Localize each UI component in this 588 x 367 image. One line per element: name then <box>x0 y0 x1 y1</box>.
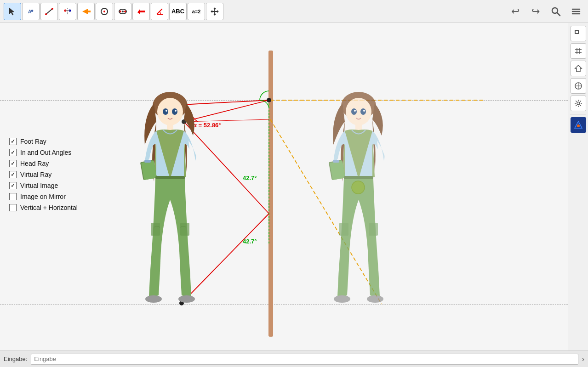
svg-point-25 <box>163 108 168 115</box>
toolbar-right: ↩ ↪ <box>507 3 584 20</box>
tool-text[interactable]: ABC <box>169 3 187 20</box>
check-item-virtual-ray: Virtual Ray <box>9 171 78 178</box>
svg-line-19 <box>557 13 560 16</box>
main-area: Foot Ray In and Out Angles Head Ray Virt… <box>0 23 588 350</box>
svg-point-42 <box>354 110 356 112</box>
svg-point-36 <box>145 295 162 303</box>
svg-point-13 <box>120 11 121 12</box>
svg-rect-53 <box>575 30 578 34</box>
redo-button[interactable]: ↪ <box>527 3 544 20</box>
label-virtual-image: Virtual Image <box>20 182 58 189</box>
toolbar: A • ABC a=2 <box>0 0 588 23</box>
label-foot-ray: Foot Ray <box>20 138 46 145</box>
svg-line-16 <box>157 9 162 14</box>
mirror-head-point <box>267 98 271 102</box>
svg-rect-33 <box>151 223 160 236</box>
tool-point[interactable]: A • <box>22 3 40 20</box>
expand-button[interactable]: › <box>582 355 584 363</box>
check-item-foot-ray: Foot Ray <box>9 138 78 145</box>
svg-point-62 <box>577 102 580 105</box>
svg-rect-35 <box>144 160 151 163</box>
top-angle-label: 42.7° <box>243 175 257 181</box>
svg-point-2 <box>45 13 47 15</box>
tool-a2[interactable]: a=2 <box>188 3 205 20</box>
label-in-out: In and Out Angles <box>20 149 71 156</box>
undo-button[interactable]: ↩ <box>507 3 524 20</box>
bottom-angle-label: 42.7° <box>243 238 257 245</box>
sidebar-corner-btn[interactable] <box>571 26 586 41</box>
sidebar-geogebra-btn[interactable] <box>571 117 586 133</box>
svg-point-43 <box>363 110 365 112</box>
svg-point-10 <box>103 11 105 12</box>
svg-rect-49 <box>369 223 378 236</box>
tool-select[interactable] <box>4 3 21 20</box>
figure-right <box>317 90 405 310</box>
svg-point-24 <box>157 98 183 125</box>
svg-rect-50 <box>333 160 339 163</box>
svg-point-3 <box>51 8 53 10</box>
checkbox-in-out[interactable] <box>9 149 17 156</box>
svg-point-51 <box>334 295 350 303</box>
sidebar-home-btn[interactable] <box>571 61 586 76</box>
tool-angle[interactable] <box>151 3 168 20</box>
label-head-ray: Head Ray <box>20 160 49 167</box>
checkbox-foot-ray[interactable] <box>9 138 17 145</box>
canvas-area[interactable]: Foot Ray In and Out Angles Head Ray Virt… <box>0 23 568 350</box>
svg-rect-47 <box>344 176 373 180</box>
toolbar-left: A • ABC a=2 <box>4 3 223 20</box>
tool-transform[interactable] <box>132 3 150 20</box>
sidebar-divider <box>570 114 586 114</box>
right-sidebar <box>568 23 588 350</box>
check-item-head-ray: Head Ray <box>9 160 78 167</box>
sidebar-grid-btn[interactable] <box>571 43 586 59</box>
checkbox-head-ray[interactable] <box>9 160 17 167</box>
tool-ray[interactable] <box>77 3 95 20</box>
svg-point-28 <box>175 110 177 112</box>
svg-marker-15 <box>137 9 145 14</box>
eingabe-input[interactable] <box>31 354 578 365</box>
tool-conic[interactable] <box>114 3 131 20</box>
tool-line[interactable] <box>40 3 58 20</box>
eingabe-label: Eingabe: <box>4 356 27 362</box>
tool-circle[interactable] <box>96 3 113 20</box>
svg-rect-48 <box>339 223 348 236</box>
svg-point-14 <box>124 11 126 12</box>
label-vertical-horizontal: Vertical + Horizontal <box>20 204 78 211</box>
checkbox-image-on-mirror[interactable] <box>9 193 17 200</box>
label-virtual-ray: Virtual Ray <box>20 171 51 178</box>
svg-point-41 <box>360 108 366 115</box>
check-item-virtual-image: Virtual Image <box>9 182 78 189</box>
svg-point-12 <box>122 11 124 12</box>
svg-line-1 <box>46 9 52 14</box>
svg-rect-32 <box>155 176 185 180</box>
svg-marker-58 <box>575 65 582 72</box>
svg-point-37 <box>178 295 195 303</box>
check-item-image-on-mirror: Image on Mirror <box>9 193 78 200</box>
search-button[interactable] <box>548 3 564 20</box>
menu-button[interactable] <box>568 3 584 20</box>
svg-marker-8 <box>82 9 91 14</box>
checkbox-virtual-ray[interactable] <box>9 171 17 178</box>
sidebar-axes-btn[interactable] <box>571 78 586 94</box>
bottom-bar: Eingabe: › <box>0 350 588 367</box>
svg-point-40 <box>351 108 357 115</box>
checkbox-virtual-image[interactable] <box>9 182 17 189</box>
svg-point-65 <box>577 124 580 127</box>
check-item-in-out: In and Out Angles <box>9 149 78 156</box>
svg-point-26 <box>172 108 177 115</box>
svg-rect-34 <box>180 223 189 236</box>
check-item-vertical-horizontal: Vertical + Horizontal <box>9 204 78 211</box>
tool-reflect[interactable] <box>59 3 76 20</box>
scene-svg <box>0 23 568 350</box>
checkbox-vertical-horizontal[interactable] <box>9 204 17 211</box>
label-image-on-mirror: Image on Mirror <box>20 193 66 200</box>
svg-point-27 <box>166 110 167 112</box>
svg-marker-0 <box>9 8 14 15</box>
sidebar-settings-btn[interactable] <box>571 96 586 111</box>
checklist: Foot Ray In and Out Angles Head Ray Virt… <box>9 138 78 211</box>
svg-point-52 <box>367 295 383 303</box>
svg-point-39 <box>346 98 371 125</box>
tool-move[interactable] <box>206 3 223 20</box>
figure-left <box>129 90 216 310</box>
